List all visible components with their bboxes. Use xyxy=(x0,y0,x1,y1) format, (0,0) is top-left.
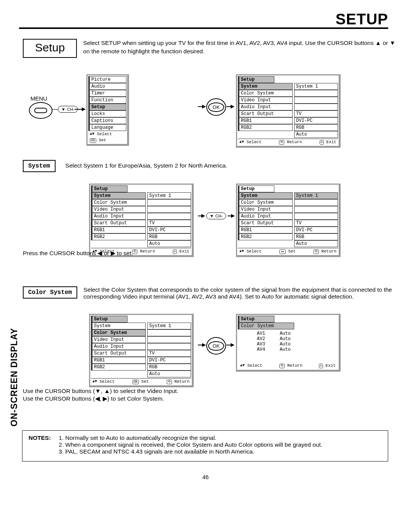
osd-row[interactable]: Audio Input xyxy=(91,213,191,220)
osd-footer: ▲▼ Select OK Set ⟲ Return xyxy=(91,378,191,385)
ok-button-3[interactable]: OK xyxy=(206,337,226,355)
menu-item[interactable]: Language xyxy=(88,124,126,131)
osd-row[interactable]: Scart Output TV xyxy=(91,220,191,227)
osd-footer: ▲▼ Select ⟲ Return ≡ Exit xyxy=(238,139,338,145)
menu-item[interactable]: Timer xyxy=(88,90,126,97)
arrow-to-ok-3 xyxy=(198,345,206,345)
osd-row[interactable]: RGB2 RGB xyxy=(238,124,338,131)
color-av-row: AV1Auto xyxy=(238,331,338,336)
ch-minus-button-2[interactable]: ▼ CH- xyxy=(206,212,226,219)
osd-footer: ▲▼ Select ◂▸ Set ⟲ Return xyxy=(238,248,338,254)
page-number: 46 xyxy=(0,474,411,480)
arrow-from-ok-3 xyxy=(226,345,234,345)
osd-row[interactable]: Video Input xyxy=(91,206,191,213)
color-system-label: Color System xyxy=(23,286,77,299)
system-right-panel: Setup System System 1 Color System Video… xyxy=(236,184,341,257)
note-line: 3. PAL, SECAM and NTSC 4.43 signals are … xyxy=(59,448,322,455)
system-left-panel: Setup System System 1 Color System Video… xyxy=(89,184,194,257)
osd-title-row: Setup xyxy=(238,185,338,192)
osd-row: Auto xyxy=(238,131,338,138)
setup-section: Setup Select SETUP when setting up your … xyxy=(23,39,403,58)
osd-title-row: Setup xyxy=(238,316,338,323)
osd-row[interactable]: Color System xyxy=(238,199,338,206)
osd-title-row: Setup xyxy=(91,316,191,323)
menu-item[interactable]: Audio xyxy=(88,83,126,90)
color-av-row: AV2Auto xyxy=(238,336,338,342)
osd-footer: ▲▼ Select ⟲ Return ≡ Exit xyxy=(239,363,337,369)
osd-title-row: Setup xyxy=(91,185,191,192)
note-line: 2. When a component signal is received, … xyxy=(59,441,322,448)
color-av-row: AV3Auto xyxy=(238,342,338,347)
page-header: SETUP xyxy=(336,11,388,28)
osd-row: Auto xyxy=(91,371,191,377)
osd-row[interactable]: System System 1 xyxy=(238,83,338,90)
ok-button-1[interactable]: OK xyxy=(206,98,226,116)
color-left-panel: Setup System System 1 Color System Video… xyxy=(89,314,194,387)
menu-item[interactable]: Picture xyxy=(88,76,126,83)
osd-row[interactable]: Video Input xyxy=(238,206,338,213)
osd-row[interactable]: Color System xyxy=(91,329,191,336)
note-line: 1. Normally set to Auto to automatically… xyxy=(59,435,322,441)
osd-row[interactable]: RGB2 RGB xyxy=(91,233,191,240)
osd-subtitle: Color System xyxy=(238,323,338,329)
osd-row[interactable]: Video Input xyxy=(238,97,338,104)
menu-item[interactable]: Setup xyxy=(88,104,126,110)
color-system-section: Color System Select the Color System tha… xyxy=(23,286,395,300)
arrow-from-ok-1 xyxy=(226,106,234,107)
arrow-to-ch-2 xyxy=(198,216,205,216)
arrow-to-ok-1 xyxy=(198,106,206,107)
ch-minus-label: CH- xyxy=(67,107,75,112)
color-av-row: AV4Auto xyxy=(238,347,338,352)
osd-row[interactable]: RGB2 RGB xyxy=(91,364,191,371)
menu-item[interactable]: Captions xyxy=(88,117,126,124)
osd-title-row: Setup xyxy=(238,76,338,83)
osd-row[interactable]: Audio Input xyxy=(91,343,191,350)
osd-row: Auto xyxy=(238,240,338,247)
osd-row[interactable]: RGB1 DVI-PC xyxy=(238,227,338,233)
osd-row[interactable]: System System 1 xyxy=(238,192,338,199)
osd-row: Auto xyxy=(91,240,191,247)
osd-row[interactable]: Color System xyxy=(238,90,338,97)
down-triangle-icon: ▼ xyxy=(61,107,65,112)
color-system-body: Select the Color System that corresponds… xyxy=(83,286,395,300)
osd-row[interactable]: Scart Output TV xyxy=(91,350,191,357)
arrow-from-ch-2 xyxy=(228,216,234,216)
setup-body: Select SETUP when setting up your TV for… xyxy=(83,39,403,55)
osd-row[interactable]: RGB2 RGB xyxy=(238,233,338,240)
color-right-panel: Setup Color System AV1Auto AV2Auto AV3Au… xyxy=(236,314,341,372)
arrow-menu-to-panel xyxy=(75,109,85,110)
osd-row[interactable]: Audio Input xyxy=(238,213,338,220)
notes-box: NOTES: 1. Normally set to Auto to automa… xyxy=(22,430,388,462)
osd-row[interactable]: RGB1 DVI-PC xyxy=(91,227,191,233)
osd-row[interactable]: Audio Input xyxy=(238,104,338,110)
ch-minus-label-2: CH- xyxy=(215,214,223,218)
menu-osd-panel: PictureAudioTimerFunctionSetupLocksCapti… xyxy=(86,74,129,146)
notes-label: NOTES: xyxy=(29,435,57,441)
system-body: Select System 1 for Europe/Asia, System … xyxy=(65,160,228,169)
osd-row[interactable]: System System 1 xyxy=(91,323,191,329)
menu-label: MENU xyxy=(30,95,47,102)
system-section: System Select System 1 for Europe/Asia, … xyxy=(23,160,227,172)
setup-label: Setup xyxy=(23,39,77,58)
press-cursor-text: Press the CURSOR buttons ◀ or ▶ to set. xyxy=(23,250,133,257)
menu-item[interactable]: Locks xyxy=(88,110,126,117)
osd-row[interactable]: Color System xyxy=(91,199,191,206)
osd-footer: OK Set xyxy=(88,137,126,143)
osd-footer: ▲▼ Select xyxy=(88,131,126,137)
down-triangle-icon: ▼ xyxy=(210,214,214,218)
osd-row[interactable]: Scart Output TV xyxy=(238,220,338,227)
sidebar-label: ON-SCREEN DISPLAY xyxy=(9,328,19,427)
osd-row[interactable]: RGB1 DVI-PC xyxy=(91,357,191,364)
osd-row[interactable]: System System 1 xyxy=(91,192,191,199)
use-cursor-2: Use the CURSOR buttons (◀, ▶) to set Col… xyxy=(23,395,164,402)
osd-row[interactable]: RGB1 DVI-PC xyxy=(238,117,338,124)
header-rule xyxy=(19,27,388,29)
system-label: System xyxy=(23,160,56,172)
osd-row[interactable]: Video Input xyxy=(91,336,191,343)
menu-remote-button[interactable] xyxy=(29,102,53,119)
menu-item[interactable]: Function xyxy=(88,97,126,104)
osd-row[interactable]: Scart Output TV xyxy=(238,110,338,117)
setup-osd-panel-top: Setup System System 1 Color System Video… xyxy=(236,74,341,148)
use-cursor-1: Use the CURSOR buttons (▼, ▲) to select … xyxy=(23,388,178,395)
